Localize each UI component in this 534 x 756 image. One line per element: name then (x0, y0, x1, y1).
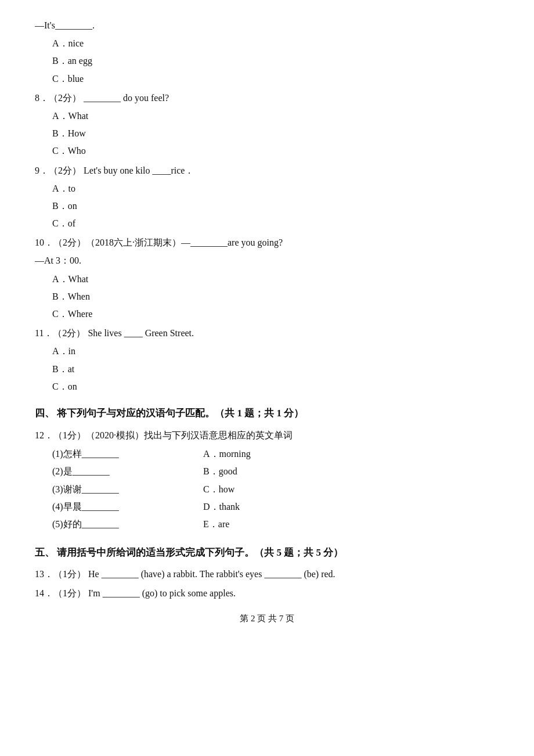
matching-table: (1)怎样________ A．morning (2)是________ B．g… (52, 445, 517, 534)
option-10-b: B．When (52, 289, 499, 304)
option-9-c: C．of (52, 215, 499, 231)
option-its-c: C．blue (52, 71, 499, 87)
question-11-block: 11．（2分） She lives ____ Green Street. A．i… (35, 325, 499, 394)
matching-right-1: A．morning (203, 445, 517, 463)
question-9-block: 9．（2分） Let's buy one kilo ____rice． A．to… (35, 163, 499, 232)
matching-left-4: (4)早晨________ (52, 498, 203, 516)
question-11-line: 11．（2分） She lives ____ Green Street. (35, 325, 499, 341)
matching-left-2: (2)是________ (52, 463, 203, 480)
option-11-b: B．at (52, 361, 499, 377)
option-9-b: B．on (52, 198, 499, 214)
question-10-line: 10．（2分）（2018六上·浙江期末）—________are you goi… (35, 235, 499, 250)
question-12-block: 12．（1分）（2020·模拟）找出与下列汉语意思相应的英文单词 (1)怎样__… (35, 427, 499, 534)
section-5-header: 五、 请用括号中所给词的适当形式完成下列句子。（共 5 题；共 5 分） (35, 544, 499, 562)
question-10-subline: —At 3：00. (35, 253, 499, 268)
question-14-block: 14．（1分） I'm ________ (go) to pick some a… (35, 585, 499, 601)
option-its-a: A．nice (52, 35, 499, 51)
matching-left-5: (5)好的________ (52, 516, 203, 533)
matching-right-3: C．how (203, 481, 517, 498)
option-11-c: C．on (52, 379, 499, 394)
option-8-b: B．How (52, 125, 499, 141)
question-13-block: 13．（1分） He ________ (have) a rabbit. The… (35, 566, 499, 582)
matching-row-5: (5)好的________ E．are (52, 516, 517, 533)
option-its-b: B．an egg (52, 53, 499, 69)
question-13-line: 13．（1分） He ________ (have) a rabbit. The… (35, 566, 499, 582)
question-its-block: —It's________. A．nice B．an egg C．blue (35, 17, 499, 87)
matching-row-1: (1)怎样________ A．morning (52, 445, 517, 463)
matching-right-5: E．are (203, 516, 517, 533)
option-10-a: A．What (52, 271, 499, 287)
question-10-block: 10．（2分）（2018六上·浙江期末）—________are you goi… (35, 235, 499, 322)
option-11-a: A．in (52, 343, 499, 359)
question-12-line: 12．（1分）（2020·模拟）找出与下列汉语意思相应的英文单词 (35, 427, 499, 443)
section-4-header: 四、 将下列句子与对应的汉语句子匹配。（共 1 题；共 1 分） (35, 405, 499, 423)
matching-right-4: D．thank (203, 498, 517, 516)
question-9-line: 9．（2分） Let's buy one kilo ____rice． (35, 163, 499, 178)
matching-left-3: (3)谢谢________ (52, 481, 203, 498)
option-8-c: C．Who (52, 143, 499, 159)
page-footer: 第 2 页 共 7 页 (35, 613, 499, 624)
option-10-c: C．Where (52, 306, 499, 322)
option-8-a: A．What (52, 108, 499, 124)
question-14-line: 14．（1分） I'm ________ (go) to pick some a… (35, 585, 499, 601)
matching-row-4: (4)早晨________ D．thank (52, 498, 517, 516)
matching-right-2: B．good (203, 463, 517, 480)
matching-row-2: (2)是________ B．good (52, 463, 517, 480)
matching-row-3: (3)谢谢________ C．how (52, 481, 517, 498)
question-its-line: —It's________. (35, 17, 499, 33)
option-9-a: A．to (52, 181, 499, 196)
question-8-block: 8．（2分） ________ do you feel? A．What B．Ho… (35, 90, 499, 159)
matching-left-1: (1)怎样________ (52, 445, 203, 463)
question-8-line: 8．（2分） ________ do you feel? (35, 90, 499, 106)
